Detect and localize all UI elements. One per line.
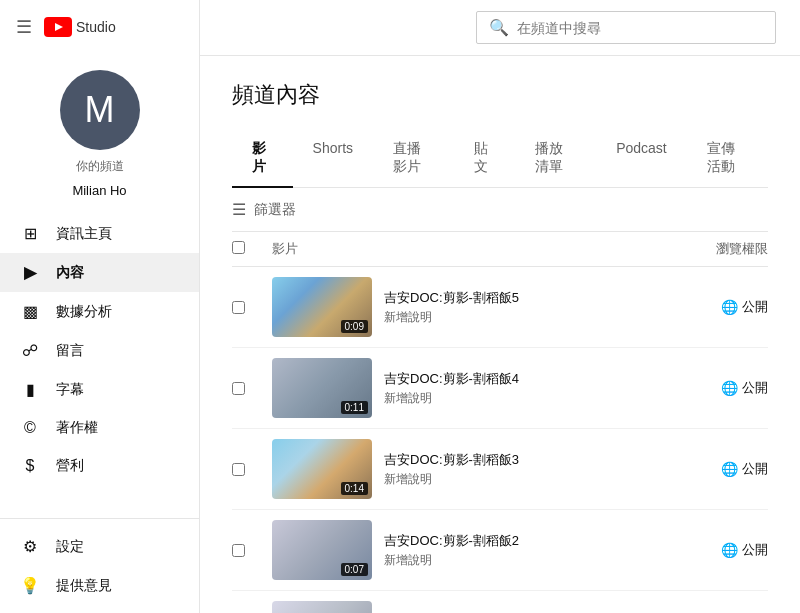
video-thumbnail[interactable]: 0:09 [272, 277, 372, 337]
filter-row[interactable]: ☰ 篩選器 [232, 188, 768, 232]
sidebar: ☰ Studio M 你的頻道 Milian Ho ⊞ 資訊主頁 ▶ 內容 ▩ … [0, 0, 200, 613]
table-row: 0:13 吉安DOC:剪影-割稻飯 新增說明 🌐 公開 [232, 591, 768, 613]
video-subtitle: 新增說明 [384, 390, 648, 407]
visibility-label: 公開 [742, 460, 768, 478]
video-duration: 0:07 [341, 563, 368, 576]
visibility-label: 公開 [742, 298, 768, 316]
table-header: 影片 瀏覽權限 [232, 232, 768, 267]
monetize-icon: $ [20, 457, 40, 475]
analytics-icon: ▩ [20, 302, 40, 321]
row-check [232, 301, 272, 314]
sidebar-item-feedback[interactable]: 💡 提供意見 [0, 566, 199, 605]
row-checkbox[interactable] [232, 544, 245, 557]
sidebar-item-label: 著作權 [56, 419, 98, 437]
tab-shorts[interactable]: Shorts [293, 130, 373, 188]
visibility-label: 公開 [742, 379, 768, 397]
video-visibility: 🌐 公開 [648, 541, 768, 559]
video-subtitle: 新增說明 [384, 471, 648, 488]
sidebar-item-monetize[interactable]: $ 營利 [0, 447, 199, 485]
row-checkbox[interactable] [232, 463, 245, 476]
tab-videos[interactable]: 影片 [232, 130, 293, 188]
video-thumbnail[interactable]: 0:13 [272, 601, 372, 613]
tab-podcast[interactable]: Podcast [596, 130, 687, 188]
tab-playlists[interactable]: 播放清單 [515, 130, 596, 188]
video-thumbnail[interactable]: 0:11 [272, 358, 372, 418]
avatar[interactable]: M [60, 70, 140, 150]
video-title: 吉安DOC:剪影-割稻飯2 [384, 532, 648, 550]
video-duration: 0:14 [341, 482, 368, 495]
hamburger-menu-icon[interactable]: ☰ [16, 16, 32, 38]
channel-name: Milian Ho [72, 183, 126, 198]
settings-icon: ⚙ [20, 537, 40, 556]
sidebar-bottom: ⚙ 設定 💡 提供意見 [0, 518, 199, 613]
globe-icon: 🌐 [721, 380, 738, 396]
sidebar-item-comments[interactable]: ☍ 留言 [0, 331, 199, 370]
sidebar-item-dashboard[interactable]: ⊞ 資訊主頁 [0, 214, 199, 253]
sidebar-item-settings[interactable]: ⚙ 設定 [0, 527, 199, 566]
row-check [232, 544, 272, 557]
visibility-label: 公開 [742, 541, 768, 559]
search-icon: 🔍 [489, 18, 509, 37]
sidebar-item-label: 數據分析 [56, 303, 112, 321]
search-input[interactable] [517, 20, 763, 36]
video-list: 0:09 吉安DOC:剪影-割稻飯5 新增說明 🌐 公開 0:11 [232, 267, 768, 613]
sidebar-item-copyright[interactable]: © 著作權 [0, 409, 199, 447]
video-title: 吉安DOC:剪影-割稻飯5 [384, 289, 648, 307]
row-checkbox[interactable] [232, 382, 245, 395]
header-visibility-col: 瀏覽權限 [648, 240, 768, 258]
video-duration: 0:11 [341, 401, 368, 414]
yt-studio-logo: Studio [44, 17, 116, 37]
copyright-icon: © [20, 419, 40, 437]
video-visibility: 🌐 公開 [648, 298, 768, 316]
search-bar[interactable]: 🔍 [476, 11, 776, 44]
video-title: 吉安DOC:剪影-割稻飯4 [384, 370, 648, 388]
sidebar-item-content[interactable]: ▶ 內容 [0, 253, 199, 292]
filter-label: 篩選器 [254, 201, 296, 219]
tabs-bar: 影片 Shorts 直播影片 貼文 播放清單 Podcast 宣傳活動 [232, 130, 768, 188]
video-visibility: 🌐 公開 [648, 379, 768, 397]
video-thumbnail[interactable]: 0:07 [272, 520, 372, 580]
sidebar-item-label: 內容 [56, 264, 84, 282]
comments-icon: ☍ [20, 341, 40, 360]
header-video-col: 影片 [272, 240, 648, 258]
youtube-logo-icon [44, 17, 72, 37]
filter-icon: ☰ [232, 200, 246, 219]
header-check-col [232, 241, 272, 257]
row-checkbox[interactable] [232, 301, 245, 314]
row-check [232, 382, 272, 395]
main-content: 🔍 頻道內容 影片 Shorts 直播影片 貼文 播放清單 Podcast 宣傳… [200, 0, 800, 613]
tab-posts[interactable]: 貼文 [454, 130, 515, 188]
sidebar-item-label: 營利 [56, 457, 84, 475]
select-all-checkbox[interactable] [232, 241, 245, 254]
video-subtitle: 新增說明 [384, 552, 648, 569]
video-info: 吉安DOC:剪影-割稻飯3 新增說明 [384, 451, 648, 488]
tab-live[interactable]: 直播影片 [373, 130, 454, 188]
table-row: 0:07 吉安DOC:剪影-割稻飯2 新增說明 🌐 公開 [232, 510, 768, 591]
dashboard-icon: ⊞ [20, 224, 40, 243]
sidebar-item-analytics[interactable]: ▩ 數據分析 [0, 292, 199, 331]
nav-items: ⊞ 資訊主頁 ▶ 內容 ▩ 數據分析 ☍ 留言 ▮ 字幕 © 著作權 $ 營利 [0, 214, 199, 518]
content-area: 頻道內容 影片 Shorts 直播影片 貼文 播放清單 Podcast 宣傳活動… [200, 56, 800, 613]
video-info: 吉安DOC:剪影-割稻飯4 新增說明 [384, 370, 648, 407]
globe-icon: 🌐 [721, 542, 738, 558]
studio-label: Studio [76, 19, 116, 35]
video-visibility: 🌐 公開 [648, 460, 768, 478]
video-info: 吉安DOC:剪影-割稻飯5 新增說明 [384, 289, 648, 326]
channel-profile: M 你的頻道 Milian Ho [0, 54, 199, 214]
header: 🔍 [200, 0, 800, 56]
tab-promotions[interactable]: 宣傳活動 [687, 130, 768, 188]
content-icon: ▶ [20, 263, 40, 282]
sidebar-item-subtitles[interactable]: ▮ 字幕 [0, 370, 199, 409]
table-row: 0:14 吉安DOC:剪影-割稻飯3 新增說明 🌐 公開 [232, 429, 768, 510]
video-info: 吉安DOC:剪影-割稻飯2 新增說明 [384, 532, 648, 569]
sidebar-item-label: 設定 [56, 538, 84, 556]
page-title: 頻道內容 [232, 80, 768, 110]
subtitles-icon: ▮ [20, 380, 40, 399]
video-title: 吉安DOC:剪影-割稻飯3 [384, 451, 648, 469]
globe-icon: 🌐 [721, 461, 738, 477]
globe-icon: 🌐 [721, 299, 738, 315]
video-thumbnail[interactable]: 0:14 [272, 439, 372, 499]
row-check [232, 463, 272, 476]
channel-label: 你的頻道 [76, 158, 124, 175]
sidebar-item-label: 提供意見 [56, 577, 112, 595]
